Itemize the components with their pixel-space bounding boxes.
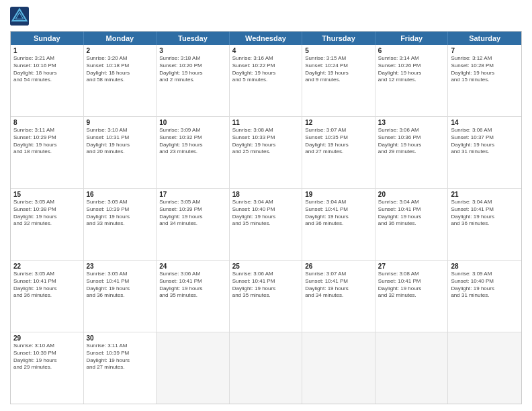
day-number: 9 <box>87 119 154 126</box>
day-number: 15 <box>13 191 81 198</box>
day-number: 19 <box>305 191 372 198</box>
day-info: Sunrise: 3:06 AM Sunset: 10:36 PM Daylig… <box>378 127 445 156</box>
day-cell-15: 15Sunrise: 3:05 AM Sunset: 10:38 PM Dayl… <box>11 189 84 260</box>
day-cell-3: 3Sunrise: 3:18 AM Sunset: 10:20 PM Dayli… <box>157 45 230 116</box>
empty-cell <box>448 332 521 404</box>
day-number: 26 <box>305 263 372 270</box>
day-cell-6: 6Sunrise: 3:14 AM Sunset: 10:26 PM Dayli… <box>375 45 449 116</box>
day-cell-21: 21Sunrise: 3:04 AM Sunset: 10:41 PM Dayl… <box>448 189 521 260</box>
day-number: 29 <box>13 334 81 342</box>
header-day-monday: Monday <box>84 32 157 45</box>
header <box>10 7 522 26</box>
day-cell-22: 22Sunrise: 3:05 AM Sunset: 10:41 PM Dayl… <box>11 261 84 332</box>
day-number: 17 <box>159 191 226 198</box>
day-cell-4: 4Sunrise: 3:16 AM Sunset: 10:22 PM Dayli… <box>230 45 303 116</box>
day-cell-30: 30Sunrise: 3:11 AM Sunset: 10:39 PM Dayl… <box>84 332 157 404</box>
day-cell-19: 19Sunrise: 3:04 AM Sunset: 10:41 PM Dayl… <box>302 189 375 260</box>
day-number: 12 <box>305 119 372 126</box>
day-info: Sunrise: 3:15 AM Sunset: 10:24 PM Daylig… <box>305 55 372 84</box>
day-info: Sunrise: 3:04 AM Sunset: 10:40 PM Daylig… <box>232 199 300 228</box>
day-info: Sunrise: 3:16 AM Sunset: 10:22 PM Daylig… <box>232 55 300 84</box>
header-day-saturday: Saturday <box>448 32 521 45</box>
day-cell-11: 11Sunrise: 3:08 AM Sunset: 10:33 PM Dayl… <box>230 117 303 188</box>
empty-cell <box>375 332 449 404</box>
day-info: Sunrise: 3:07 AM Sunset: 10:41 PM Daylig… <box>305 271 372 300</box>
day-cell-8: 8Sunrise: 3:11 AM Sunset: 10:29 PM Dayli… <box>11 117 84 188</box>
day-number: 8 <box>13 119 81 126</box>
header-day-wednesday: Wednesday <box>230 32 303 45</box>
calendar-row-5: 29Sunrise: 3:10 AM Sunset: 10:39 PM Dayl… <box>11 332 521 404</box>
day-number: 14 <box>451 119 519 126</box>
day-info: Sunrise: 3:07 AM Sunset: 10:35 PM Daylig… <box>305 127 372 156</box>
calendar-row-3: 15Sunrise: 3:05 AM Sunset: 10:38 PM Dayl… <box>11 188 521 260</box>
day-number: 22 <box>13 263 81 270</box>
day-cell-1: 1Sunrise: 3:21 AM Sunset: 10:16 PM Dayli… <box>11 45 84 116</box>
day-number: 11 <box>232 119 300 126</box>
header-day-friday: Friday <box>375 32 449 45</box>
day-info: Sunrise: 3:05 AM Sunset: 10:39 PM Daylig… <box>87 199 154 228</box>
day-number: 10 <box>159 119 226 126</box>
day-info: Sunrise: 3:08 AM Sunset: 10:41 PM Daylig… <box>378 271 445 300</box>
day-number: 30 <box>87 334 154 342</box>
day-cell-14: 14Sunrise: 3:06 AM Sunset: 10:37 PM Dayl… <box>448 117 521 188</box>
day-number: 20 <box>378 191 445 198</box>
day-cell-2: 2Sunrise: 3:20 AM Sunset: 10:18 PM Dayli… <box>84 45 157 116</box>
day-info: Sunrise: 3:21 AM Sunset: 10:16 PM Daylig… <box>13 55 81 84</box>
day-info: Sunrise: 3:06 AM Sunset: 10:37 PM Daylig… <box>451 127 519 156</box>
day-number: 24 <box>159 263 226 270</box>
day-info: Sunrise: 3:20 AM Sunset: 10:18 PM Daylig… <box>87 55 154 84</box>
day-number: 28 <box>451 263 519 270</box>
day-cell-16: 16Sunrise: 3:05 AM Sunset: 10:39 PM Dayl… <box>84 189 157 260</box>
day-cell-24: 24Sunrise: 3:06 AM Sunset: 10:41 PM Dayl… <box>157 261 230 332</box>
day-number: 16 <box>87 191 154 198</box>
header-day-tuesday: Tuesday <box>157 32 230 45</box>
day-cell-9: 9Sunrise: 3:10 AM Sunset: 10:31 PM Dayli… <box>84 117 157 188</box>
day-cell-13: 13Sunrise: 3:06 AM Sunset: 10:36 PM Dayl… <box>375 117 449 188</box>
empty-cell <box>302 332 375 404</box>
day-number: 1 <box>13 47 81 54</box>
day-number: 7 <box>451 47 519 54</box>
day-number: 27 <box>378 263 445 270</box>
day-info: Sunrise: 3:05 AM Sunset: 10:41 PM Daylig… <box>13 271 81 300</box>
day-number: 13 <box>378 119 445 126</box>
day-info: Sunrise: 3:04 AM Sunset: 10:41 PM Daylig… <box>451 199 519 228</box>
page: SundayMondayTuesdayWednesdayThursdayFrid… <box>0 0 532 411</box>
day-cell-23: 23Sunrise: 3:05 AM Sunset: 10:41 PM Dayl… <box>84 261 157 332</box>
calendar-row-4: 22Sunrise: 3:05 AM Sunset: 10:41 PM Dayl… <box>11 260 521 332</box>
header-day-sunday: Sunday <box>11 32 84 45</box>
day-number: 18 <box>232 191 300 198</box>
logo-icon <box>10 7 29 26</box>
day-cell-27: 27Sunrise: 3:08 AM Sunset: 10:41 PM Dayl… <box>375 261 449 332</box>
calendar-row-2: 8Sunrise: 3:11 AM Sunset: 10:29 PM Dayli… <box>11 116 521 188</box>
header-day-thursday: Thursday <box>302 32 375 45</box>
calendar: SundayMondayTuesdayWednesdayThursdayFrid… <box>10 31 522 404</box>
day-cell-29: 29Sunrise: 3:10 AM Sunset: 10:39 PM Dayl… <box>11 332 84 404</box>
day-cell-7: 7Sunrise: 3:12 AM Sunset: 10:28 PM Dayli… <box>448 45 521 116</box>
day-cell-28: 28Sunrise: 3:09 AM Sunset: 10:40 PM Dayl… <box>448 261 521 332</box>
day-info: Sunrise: 3:10 AM Sunset: 10:31 PM Daylig… <box>87 127 154 156</box>
day-cell-26: 26Sunrise: 3:07 AM Sunset: 10:41 PM Dayl… <box>302 261 375 332</box>
day-cell-25: 25Sunrise: 3:06 AM Sunset: 10:41 PM Dayl… <box>230 261 303 332</box>
day-info: Sunrise: 3:05 AM Sunset: 10:38 PM Daylig… <box>13 199 81 228</box>
day-number: 21 <box>451 191 519 198</box>
day-cell-5: 5Sunrise: 3:15 AM Sunset: 10:24 PM Dayli… <box>302 45 375 116</box>
day-info: Sunrise: 3:05 AM Sunset: 10:39 PM Daylig… <box>159 199 226 228</box>
day-info: Sunrise: 3:11 AM Sunset: 10:39 PM Daylig… <box>87 342 154 371</box>
empty-cell <box>157 332 230 404</box>
day-number: 25 <box>232 263 300 270</box>
day-info: Sunrise: 3:11 AM Sunset: 10:29 PM Daylig… <box>13 127 81 156</box>
day-info: Sunrise: 3:09 AM Sunset: 10:32 PM Daylig… <box>159 127 226 156</box>
calendar-header: SundayMondayTuesdayWednesdayThursdayFrid… <box>11 32 521 45</box>
day-number: 23 <box>87 263 154 270</box>
day-number: 5 <box>305 47 372 54</box>
day-cell-20: 20Sunrise: 3:04 AM Sunset: 10:41 PM Dayl… <box>375 189 449 260</box>
day-number: 6 <box>378 47 445 54</box>
day-info: Sunrise: 3:05 AM Sunset: 10:41 PM Daylig… <box>87 271 154 300</box>
day-cell-17: 17Sunrise: 3:05 AM Sunset: 10:39 PM Dayl… <box>157 189 230 260</box>
day-number: 2 <box>87 47 154 54</box>
day-info: Sunrise: 3:04 AM Sunset: 10:41 PM Daylig… <box>378 199 445 228</box>
day-info: Sunrise: 3:08 AM Sunset: 10:33 PM Daylig… <box>232 127 300 156</box>
day-info: Sunrise: 3:06 AM Sunset: 10:41 PM Daylig… <box>232 271 300 300</box>
day-cell-12: 12Sunrise: 3:07 AM Sunset: 10:35 PM Dayl… <box>302 117 375 188</box>
day-number: 3 <box>159 47 226 54</box>
